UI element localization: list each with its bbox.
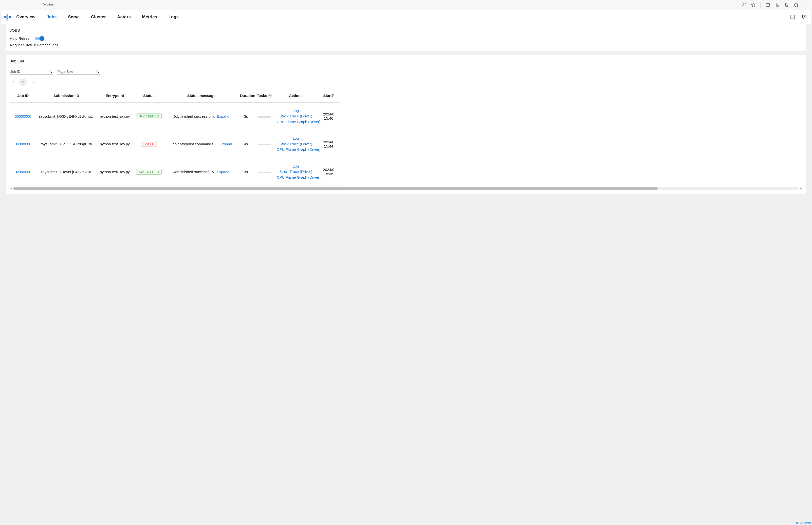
cell-duration: 3s [238,102,254,130]
request-status-value: Fetched jobs [37,43,59,47]
cell-submission-id: raysubmit_7Uqy8LjP4dxjZxGa [36,158,96,186]
cell-tasks [254,158,275,186]
performance-icon[interactable] [794,3,798,7]
next-page-button[interactable] [30,79,36,86]
svg-point-3 [805,4,806,5]
expand-link[interactable]: Expand [217,114,229,118]
nav-tab-cluster[interactable]: Cluster [91,15,106,19]
expand-link[interactable]: Expand [219,142,232,146]
status-message-text: Job entrypoint command faile… [171,142,217,146]
nav-tab-logs[interactable]: Logs [168,15,179,19]
search-row [10,69,802,75]
status-badge: SUCCEEDED [136,169,162,175]
table-header-row: Job ID Submission ID Entrypoint Status S… [10,89,340,102]
job-id-link[interactable]: 02000000 [15,170,31,174]
jobid-search-input[interactable] [10,70,46,74]
cell-tasks [254,102,275,130]
nav-tab-overview[interactable]: Overview [16,15,35,19]
svg-point-12 [96,70,98,72]
content: JOBS Auto Refresh: Request Status: Fetch… [0,24,812,194]
auto-refresh-toggle[interactable] [35,37,44,40]
scroll-thumb[interactable] [13,187,658,190]
collections-icon[interactable] [784,3,789,7]
job-id-link[interactable]: 05000000 [15,114,31,118]
jobs-summary-card: JOBS Auto Refresh: Request Status: Fetch… [6,24,806,51]
cell-jobid: 04000000 [10,130,36,158]
cell-start-time: 2024/015:35 [317,158,340,186]
cell-status-message: Job entrypoint command faile… Expand [165,130,238,158]
favorite-star-icon[interactable] [751,3,755,7]
more-menu-icon[interactable] [803,3,808,7]
ray-logo-icon[interactable] [3,13,11,21]
favorites-list-icon[interactable] [775,3,779,7]
nav-right [790,14,807,20]
action-link[interactable]: Stack Trace (Driver) [277,141,315,147]
task-progress-bar [258,172,271,173]
action-link[interactable]: Log [277,136,315,141]
prev-page-button[interactable] [10,79,17,86]
action-link[interactable]: CPU Flame Graph (Driver) [277,119,315,125]
cell-submission-id: raysubmit_8HqLv5SPPrinpUBv [36,130,96,158]
scroll-right-icon[interactable] [800,187,802,190]
action-link[interactable]: Stack Trace (Driver) [277,169,315,175]
col-jobid: Job ID [10,89,36,102]
page-number[interactable]: 1 [19,78,27,86]
action-link[interactable]: CPU Flame Graph (Driver) [277,147,315,152]
browser-icons [742,2,810,7]
nav-tab-metrics[interactable]: Metrics [142,15,157,19]
action-link[interactable]: CPU Flame Graph (Driver) [277,175,315,180]
cell-tasks [254,130,275,158]
split-screen-icon[interactable] [766,3,770,7]
nav-tab-jobs[interactable]: Jobs [47,15,57,19]
cell-jobid: 02000000 [10,158,36,186]
svg-point-5 [7,14,8,15]
cell-duration: 3s [238,158,254,186]
expand-link[interactable]: Expand [217,170,229,174]
svg-point-9 [7,16,9,18]
table-row: 05000000raysubmit_kQ3XgE4Hxp3dkmuUpython… [10,102,340,130]
action-link[interactable]: Log [277,108,315,114]
table-row: 04000000raysubmit_8HqLv5SPPrinpUBvpython… [10,130,340,158]
jobid-search-field[interactable] [10,69,53,75]
table-row: 02000000raysubmit_7Uqy8LjP4dxjZxGapython… [10,158,340,186]
read-aloud-icon[interactable] [742,3,746,7]
status-message-text: Job finished successfully. [173,170,215,174]
browser-url[interactable]: /#/jobs [40,3,739,7]
search-icon [95,69,99,74]
svg-point-11 [49,70,51,72]
action-link[interactable]: Stack Trace (Driver) [277,114,315,119]
cell-start-time: 2024/015:46 [317,102,340,130]
feedback-icon[interactable] [802,14,807,20]
job-table-wrap[interactable]: Job ID Submission ID Entrypoint Status S… [10,89,802,186]
col-duration: Duration [238,89,254,102]
cell-status: FAILED [133,130,165,158]
svg-point-2 [803,4,805,5]
pagesize-search-field[interactable] [57,69,100,75]
svg-point-6 [7,19,8,20]
status-message-text: Job finished successfully. [173,114,215,118]
cell-status-message: Job finished successfully. Expand [165,102,238,130]
pagesize-search-input[interactable] [58,70,93,74]
auto-refresh-row: Auto Refresh: [10,36,802,41]
svg-point-8 [10,16,11,18]
browser-chrome: /#/jobs [0,0,812,10]
action-link[interactable]: Log [277,164,315,169]
request-status-label: Request Status: [10,43,36,47]
auto-refresh-label: Auto Refresh: [10,36,33,41]
horizontal-scrollbar[interactable] [10,187,802,190]
cell-submission-id: raysubmit_kQ3XgE4Hxp3dkmuU [36,102,96,130]
cell-entrypoint: python test_ray.py [96,158,133,186]
cell-start-time: 2024/015:44 [317,130,340,158]
job-id-link[interactable]: 04000000 [15,142,31,146]
cell-status-message: Job finished successfully. Expand [165,158,238,186]
scroll-track[interactable] [13,187,799,190]
scroll-left-icon[interactable] [10,187,12,190]
docs-icon[interactable] [790,14,795,20]
cell-actions: LogStack Trace (Driver)CPU Flame Graph (… [275,158,317,186]
help-icon[interactable]: ? [268,94,272,98]
nav-tab-serve[interactable]: Serve [68,15,80,19]
nav-tab-actors[interactable]: Actors [117,15,131,19]
col-entrypoint: Entrypoint [96,89,133,102]
col-status: Status [133,89,165,102]
col-actions: Actions [275,89,317,102]
